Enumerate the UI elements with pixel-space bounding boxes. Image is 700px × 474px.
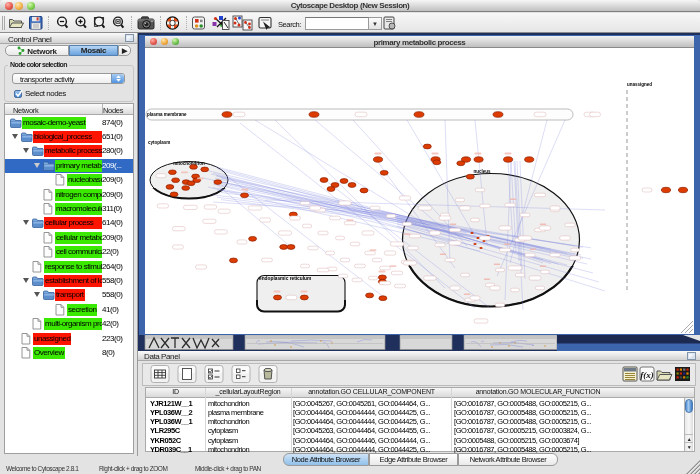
svg-text:unassigned: unassigned [627, 82, 652, 87]
svg-text:endoplasmic reticulum: endoplasmic reticulum [259, 276, 311, 281]
svg-text:mitochondrion: mitochondrion [173, 161, 205, 166]
svg-text:nucleus: nucleus [473, 169, 491, 174]
svg-text:f(x): f(x) [640, 370, 654, 380]
svg-text:cytoplasm: cytoplasm [148, 140, 170, 145]
svg-text:plasma membrane: plasma membrane [147, 112, 187, 117]
